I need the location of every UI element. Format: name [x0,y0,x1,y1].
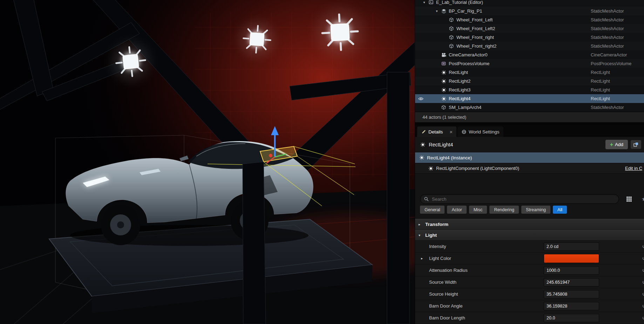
reset-to-default-icon[interactable]: ↺ [642,243,644,250]
property-value-input[interactable]: 36.159828 [544,302,599,310]
actor-type: RectLight [591,96,610,101]
actor-type: StaticMeshActor [591,35,624,40]
actor-type: StaticMeshActor [591,26,624,31]
post-process-icon [441,61,446,66]
globe-icon [461,129,466,134]
outliner-row[interactable]: SM_LampArch4 StaticMeshActor [415,103,644,112]
visibility-eye-icon[interactable] [418,44,424,49]
filter-chip-actor[interactable]: Actor [447,206,466,214]
actor-type: RectLight [591,78,610,84]
visibility-eye-icon[interactable] [418,53,424,57]
reset-to-default-icon[interactable]: ↺ [642,291,644,297]
property-row: Barn Door Length 20.0↺ [415,312,644,324]
details-spacer [415,174,644,192]
filter-chip-misc[interactable]: Misc [469,206,487,214]
section-transform-label: Transform [425,222,448,227]
component-row[interactable]: RectLightComponent (LightComponent0) Edi… [415,163,644,174]
expander-icon[interactable]: ▾ [422,0,426,4]
property-value-input[interactable]: 35.745808 [544,290,599,298]
property-label: Attenuation Radius [429,268,468,273]
tab-details[interactable]: Details × [417,126,456,137]
favorites-star-icon[interactable]: ★ [642,195,644,203]
visibility-eye-icon[interactable] [418,26,424,31]
outliner-row[interactable]: Wheel_Front_right StaticMeshActor [415,33,644,42]
visibility-eye-icon[interactable] [418,96,424,101]
section-light[interactable]: ▾ Light [415,230,644,241]
actor-type: PostProcessVolume [591,61,631,66]
add-component-button[interactable]: + Add [605,140,628,149]
light-color-swatch[interactable] [544,254,599,263]
actor-label: Wheel_Front_right2 [456,43,496,49]
actor-type: StaticMeshActor [591,8,624,14]
property-label: Barn Door Angle [429,303,462,309]
property-row: Intensity 2.0 cd↺ [415,241,644,253]
visibility-eye-icon[interactable] [418,70,424,75]
tab-world-settings[interactable]: World Settings [457,126,503,137]
rect-light-icon [441,96,446,101]
actor-label: CineCameraActor0 [449,52,488,57]
actor-type: StaticMeshActor [591,43,624,49]
viewport-3d[interactable] [0,0,415,324]
property-row: Source Height 35.745808↺ [415,288,644,300]
blueprint-mesh-icon [441,8,446,14]
reset-to-default-icon[interactable]: ↺ [642,303,644,309]
outliner-row[interactable]: Wheel_Front_right2 StaticMeshActor [415,42,644,50]
actor-type: RectLight [591,87,610,92]
outliner-row[interactable]: RectLight RectLight [415,68,644,77]
edit-in-cpp-link[interactable]: Edit in C [625,166,642,171]
property-value-input[interactable]: 1000.0 [544,266,599,275]
property-matrix-icon[interactable] [626,196,632,202]
property-value-input[interactable]: 2.0 cd [544,242,599,251]
actor-label: E_Lab_Tutorial (Editor) [436,0,483,5]
outliner-row[interactable]: RectLight3 RectLight [415,85,644,94]
outliner-row[interactable]: ▾ E_Lab_Tutorial (Editor) [415,0,644,7]
details-tab-strip: Details × World Settings [415,125,644,137]
search-input[interactable] [431,196,615,202]
expander-icon[interactable]: ▸ [421,256,423,260]
reset-to-default-icon[interactable]: ↺ [642,279,644,285]
actor-label: RectLight [449,70,468,75]
visibility-eye-icon[interactable] [418,88,424,92]
filter-chip-all[interactable]: All [553,206,567,214]
property-value-input[interactable]: 20.0 [544,314,599,322]
visibility-eye-icon[interactable] [418,18,424,22]
property-value-input[interactable]: 245.651947 [544,278,599,287]
actor-label: RectLight2 [449,78,470,84]
chevron-down-icon: ▾ [419,233,422,237]
actor-label: BP_Car_Rig_P1 [449,8,482,14]
visibility-eye-icon[interactable] [418,105,424,110]
reset-to-default-icon[interactable]: ↺ [642,267,644,274]
reset-to-default-icon[interactable]: ↺ [642,315,644,321]
property-label: Source Width [429,280,456,285]
actor-label: Wheel_Front_Left2 [456,26,495,31]
rect-light-icon [441,87,446,92]
pencil-icon [421,129,426,134]
actor-type: CineCameraActor [591,52,627,57]
actor-type: StaticMeshActor [591,105,624,110]
section-transform[interactable]: ▸ Transform [415,219,644,230]
visibility-eye-icon[interactable] [418,9,424,14]
filter-chip-streaming[interactable]: Streaming [521,206,550,214]
outliner-row[interactable]: CineCameraActor0 CineCameraActor [415,50,644,59]
static-mesh-icon [449,17,454,22]
expander-icon[interactable]: ▾ [435,9,439,13]
outliner-row[interactable]: ▾ BP_Car_Rig_P1 StaticMeshActor [415,7,644,15]
close-icon[interactable]: × [449,129,453,135]
filter-chip-general[interactable]: General [420,206,445,214]
instance-row[interactable]: RectLight4 (Instance) [415,152,644,163]
reset-to-default-icon[interactable]: ↺ [642,255,644,262]
outliner-row[interactable]: RectLight4 RectLight [415,94,644,103]
filter-chip-rendering[interactable]: Rendering [489,206,519,214]
visibility-eye-icon[interactable] [418,35,424,40]
property-row: Attenuation Radius 1000.0↺ [415,264,644,276]
property-label: Source Height [429,291,458,297]
browse-components-button[interactable] [631,140,641,149]
outliner-row[interactable]: Wheel_Front_Left2 StaticMeshActor [415,24,644,33]
outliner-row[interactable]: PostProcessVolume PostProcessVolume [415,59,644,68]
visibility-eye-icon[interactable] [418,79,424,84]
actor-label: Wheel_Front_right [456,35,494,40]
outliner-row[interactable]: Wheel_Front_Left StaticMeshActor [415,15,644,24]
visibility-eye-icon[interactable] [418,61,424,66]
property-row: Source Width 245.651947↺ [415,276,644,288]
outliner-row[interactable]: RectLight2 RectLight [415,77,644,85]
